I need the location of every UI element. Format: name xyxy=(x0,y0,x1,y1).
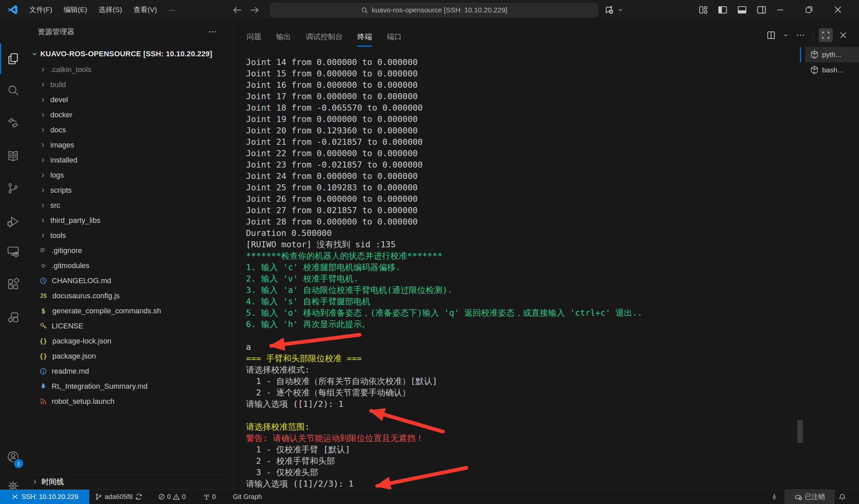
toggle-panel-icon[interactable] xyxy=(733,0,751,19)
activity-item-extensions[interactable] xyxy=(0,271,26,297)
panel-actions xyxy=(764,25,850,45)
file-name: readme.md xyxy=(52,367,89,376)
close-panel-button[interactable] xyxy=(836,28,850,42)
panel-tab-端口[interactable]: 端口 xyxy=(379,25,409,49)
files-icon xyxy=(7,52,19,65)
tree-file-RL_Integration_Summary.md[interactable]: RL_Integration_Summary.md xyxy=(26,379,233,394)
tree-file-CHANGELOG.md[interactable]: CHANGELOG.md xyxy=(26,273,233,288)
tree-root-row[interactable]: KUAVO-ROS-OPENSOURCE [SSH: 10.10.20.229] xyxy=(26,46,233,61)
activity-item-remote-explorer[interactable] xyxy=(0,238,26,264)
tree-file-.gitignore[interactable]: .gitignore xyxy=(26,243,233,258)
tree-folder-third_party_libs[interactable]: third_party_libs xyxy=(26,213,233,228)
back-arrow-icon[interactable] xyxy=(231,4,243,16)
close-button[interactable] xyxy=(824,0,852,19)
minimize-button[interactable] xyxy=(766,0,795,19)
tree-folder-docs[interactable]: docs xyxy=(26,122,233,137)
notifications-bell-item[interactable] xyxy=(838,490,846,504)
explorer-sidebar: 资源管理器 KUAVO-ROS-OPENSOURCE [SSH: 10.10.2… xyxy=(26,19,233,489)
panel-tabs: 问题输出调试控制台终端端口 xyxy=(239,25,409,49)
timeline-section[interactable]: 时间线 xyxy=(26,474,233,489)
activity-item-run-and-debug[interactable] xyxy=(0,208,26,235)
chevron-right-icon xyxy=(40,112,46,118)
terminal-line: 6. 输入 'h' 再次显示此提示。 xyxy=(246,319,803,330)
activity-item-tools-extension[interactable] xyxy=(0,304,26,331)
menu-item-0[interactable]: 文件(F) xyxy=(24,3,58,16)
tree-folder-src[interactable]: src xyxy=(26,198,233,213)
terminal-line: 1 - 仅校准手臂 [默认] xyxy=(246,444,803,455)
tree-folder-docker[interactable]: docker xyxy=(26,107,233,122)
tree-file-readme.md[interactable]: readme.md xyxy=(26,364,233,379)
terminal-line: Joint 20 from 0.129360 to 0.000000 xyxy=(246,125,803,137)
terminal-line: 请选择校准范围: xyxy=(246,421,803,432)
activity-item-docs[interactable] xyxy=(0,143,26,169)
tree-folder-tools[interactable]: tools xyxy=(26,228,233,243)
tree-folder-.catkin_tools[interactable]: .catkin_tools xyxy=(26,62,233,77)
more-actions-icon[interactable] xyxy=(794,28,808,42)
titlebar: 文件(F)编辑(E)选择(S)查看(V)··· kuavo-ros-openso… xyxy=(0,0,859,19)
more-actions-icon[interactable] xyxy=(208,28,217,36)
tree-folder-scripts[interactable]: scripts xyxy=(26,183,233,198)
tree-file-package.json[interactable]: {}package.json xyxy=(26,348,233,364)
panel-tab-输出[interactable]: 输出 xyxy=(269,25,298,49)
terminal-line: *******检查你的机器人的状态并进行校准******* xyxy=(246,250,803,262)
activity-item-ros-extension[interactable] xyxy=(0,110,26,136)
tree-file-LICENSE[interactable]: LICENSE xyxy=(26,318,233,333)
terminal-line: 请输入选项 ([1]/2): 1 xyxy=(246,398,803,410)
tree-file-robot_setup.launch[interactable]: robot_setup.launch xyxy=(26,394,233,409)
terminal-instance-pyth[interactable]: pyth... xyxy=(805,47,859,62)
tree-folder-build[interactable]: build xyxy=(26,77,233,92)
file-name: package.json xyxy=(52,352,96,361)
chevron-right-icon xyxy=(40,66,46,73)
terminal-instance-label: pyth... xyxy=(822,51,841,59)
terminal-line: Joint 14 from 0.000000 to 0.000000 xyxy=(246,57,803,68)
git-graph-label: Git Graph xyxy=(233,493,262,501)
chevron-right-icon xyxy=(40,217,46,224)
menu-more-button[interactable]: ··· xyxy=(163,3,181,16)
terminal-instance-bash[interactable]: bash... xyxy=(805,62,859,78)
terminal-line: Joint 18 from -0.065570 to 0.000000 xyxy=(246,102,803,114)
tree-folder-devel[interactable]: devel xyxy=(26,92,233,107)
terminal-scrollbar[interactable] xyxy=(797,420,803,443)
menu-item-2[interactable]: 选择(S) xyxy=(93,3,128,16)
tree-folder-installed[interactable]: installed xyxy=(26,153,233,168)
arrow-down-file-icon xyxy=(39,382,48,391)
panel-tab-问题[interactable]: 问题 xyxy=(239,25,269,49)
toggle-primary-sidebar-icon[interactable] xyxy=(713,0,732,19)
command-center[interactable]: kuavo-ros-opensource [SSH: 10.10.20.229] xyxy=(270,3,598,17)
activity-item-search[interactable] xyxy=(0,77,26,103)
panel-tab-终端[interactable]: 终端 xyxy=(350,25,379,49)
problems-item[interactable]: 0 0 xyxy=(158,490,185,504)
customize-layout-icon[interactable] xyxy=(694,0,712,19)
restore-button[interactable] xyxy=(795,0,824,19)
folder-name: tools xyxy=(50,231,66,240)
menu-item-3[interactable]: 查看(V) xyxy=(128,3,163,16)
forward-arrow-icon[interactable] xyxy=(249,4,260,16)
tree-file-docusaurus.config.js[interactable]: JSdocusaurus.config.js xyxy=(26,288,233,303)
git-branch-item[interactable]: ada605f8 xyxy=(95,490,142,504)
maximize-panel-button[interactable] xyxy=(819,28,833,42)
copilot-menu-button[interactable] xyxy=(604,3,624,16)
tree-file-.gitmodules[interactable]: .gitmodules xyxy=(26,258,233,273)
tree-folder-logs[interactable]: logs xyxy=(26,168,233,183)
tree-file-package-lock.json[interactable]: {}package-lock.json xyxy=(26,333,233,348)
tree-file-generate_compile_commands.sh[interactable]: $generate_compile_commands.sh xyxy=(26,303,233,318)
terminal-output[interactable]: Joint 14 from 0.000000 to 0.000000Joint … xyxy=(246,57,803,490)
folder-name: images xyxy=(50,141,74,149)
copilot-status-item[interactable]: 已注销 xyxy=(784,490,835,504)
remote-indicator[interactable]: SSH: 10.10.20.229 xyxy=(0,490,89,504)
activity-item-account[interactable]: 1 xyxy=(0,444,26,470)
terminal-line: 1. 输入 'c' 校准腿部电机编码器偏移. xyxy=(246,262,803,273)
panel-tab-调试控制台[interactable]: 调试控制台 xyxy=(298,25,350,49)
menu-item-1[interactable]: 编辑(E) xyxy=(58,3,93,16)
tree-folder-images[interactable]: images xyxy=(26,137,233,153)
activity-item-source-control[interactable] xyxy=(0,175,26,201)
git-graph-item[interactable]: Git Graph xyxy=(233,490,262,504)
feedback-item[interactable]: 0 xyxy=(203,490,216,504)
terminal-line: Joint 23 from -0.021857 to 0.000000 xyxy=(246,159,803,171)
split-terminal-button[interactable] xyxy=(764,28,778,42)
file-name: generate_compile_commands.sh xyxy=(52,306,161,315)
activity-item-explorer[interactable] xyxy=(0,46,26,72)
file-name: package-lock.json xyxy=(52,337,111,346)
port-forward-item[interactable] xyxy=(770,490,778,504)
chevron-down-icon[interactable] xyxy=(782,28,790,42)
